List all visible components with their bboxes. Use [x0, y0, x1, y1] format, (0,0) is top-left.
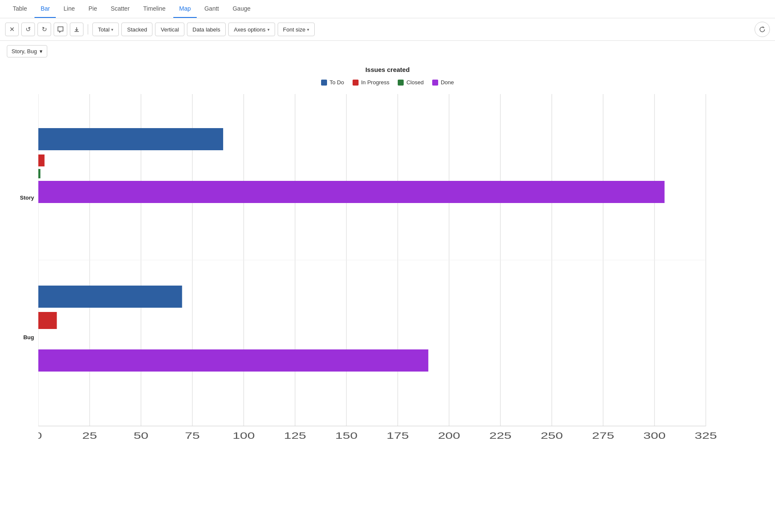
data-labels-button[interactable]: Data labels: [187, 23, 226, 36]
filter-label: Story, Bug: [11, 48, 37, 54]
legend-label-closed: Closed: [406, 79, 423, 86]
svg-text:25: 25: [82, 430, 97, 441]
tab-pie[interactable]: Pie: [83, 0, 103, 18]
axes-options-arrow: ▾: [267, 27, 270, 32]
bar-story-closed: [38, 169, 40, 178]
svg-text:325: 325: [695, 430, 717, 441]
svg-text:100: 100: [232, 430, 255, 441]
legend-item-todo: To Do: [321, 79, 344, 86]
refresh-button[interactable]: [755, 22, 770, 37]
tab-map[interactable]: Map: [173, 0, 197, 18]
download-button[interactable]: [70, 23, 83, 36]
legend-item-closed: Closed: [398, 79, 423, 86]
bar-story-done: [38, 181, 665, 203]
svg-text:250: 250: [541, 430, 563, 441]
svg-text:275: 275: [592, 430, 614, 441]
svg-text:0: 0: [38, 430, 42, 441]
filter-row: Story, Bug ▾: [0, 41, 775, 62]
close-button[interactable]: ✕: [5, 23, 19, 36]
legend-item-done: Done: [432, 79, 454, 86]
tab-gauge[interactable]: Gauge: [227, 0, 256, 18]
bar-bug-inprogress: [38, 312, 57, 329]
tab-timeline[interactable]: Timeline: [137, 0, 171, 18]
comment-button[interactable]: [54, 23, 67, 36]
y-label-bug: Bug: [23, 334, 34, 340]
redo-button[interactable]: ↻: [37, 23, 51, 36]
chart-container: Issues created To Do In Progress Closed …: [0, 62, 775, 461]
legend-color-todo: [321, 80, 327, 86]
svg-text:125: 125: [284, 430, 306, 441]
tab-bar[interactable]: Bar: [34, 0, 56, 18]
total-arrow: ▾: [111, 27, 113, 32]
bar-chart-svg: .grid { stroke: #e0e0e0; stroke-width: 1…: [38, 94, 766, 452]
svg-text:175: 175: [387, 430, 409, 441]
legend-label-done: Done: [441, 79, 454, 86]
legend-color-closed: [398, 80, 404, 86]
bar-story-todo: [38, 128, 223, 150]
bar-bug-done: [38, 349, 428, 372]
chart-legend: To Do In Progress Closed Done: [9, 79, 766, 86]
legend-label-todo: To Do: [330, 79, 344, 86]
legend-label-inprogress: In Progress: [361, 79, 389, 86]
tab-scatter[interactable]: Scatter: [105, 0, 135, 18]
svg-text:200: 200: [438, 430, 460, 441]
chart-title: Issues created: [9, 66, 766, 73]
svg-text:75: 75: [185, 430, 200, 441]
svg-text:225: 225: [489, 430, 511, 441]
svg-text:150: 150: [335, 430, 357, 441]
total-button[interactable]: Total ▾: [92, 23, 119, 36]
separator-1: [88, 24, 88, 34]
tab-gantt[interactable]: Gantt: [198, 0, 225, 18]
top-tabs-bar: Table Bar Line Pie Scatter Timeline Map …: [0, 0, 775, 18]
y-axis: Story Bug: [9, 94, 38, 453]
toolbar: ✕ ↺ ↻ Total ▾ Stacked Vertical Data labe…: [0, 18, 775, 41]
bar-story-inprogress: [38, 154, 45, 166]
tab-table[interactable]: Table: [7, 0, 33, 18]
vertical-button[interactable]: Vertical: [155, 23, 184, 36]
font-size-arrow: ▾: [307, 27, 309, 32]
tab-line[interactable]: Line: [57, 0, 80, 18]
undo-button[interactable]: ↺: [21, 23, 35, 36]
axes-options-button[interactable]: Axes options ▾: [228, 23, 275, 36]
svg-text:50: 50: [134, 430, 149, 441]
svg-text:300: 300: [643, 430, 666, 441]
filter-dropdown[interactable]: Story, Bug ▾: [7, 45, 47, 57]
legend-color-done: [432, 80, 438, 86]
stacked-button[interactable]: Stacked: [121, 23, 152, 36]
legend-item-inprogress: In Progress: [353, 79, 389, 86]
legend-color-inprogress: [353, 80, 359, 86]
y-label-story: Story: [20, 194, 34, 201]
font-size-button[interactable]: Font size ▾: [278, 23, 315, 36]
chart-inner: .grid { stroke: #e0e0e0; stroke-width: 1…: [38, 94, 766, 453]
bar-bug-todo: [38, 286, 182, 308]
filter-arrow: ▾: [40, 48, 43, 54]
chart-area: Story Bug .grid { stroke: #e0e0e0; strok…: [9, 94, 766, 453]
